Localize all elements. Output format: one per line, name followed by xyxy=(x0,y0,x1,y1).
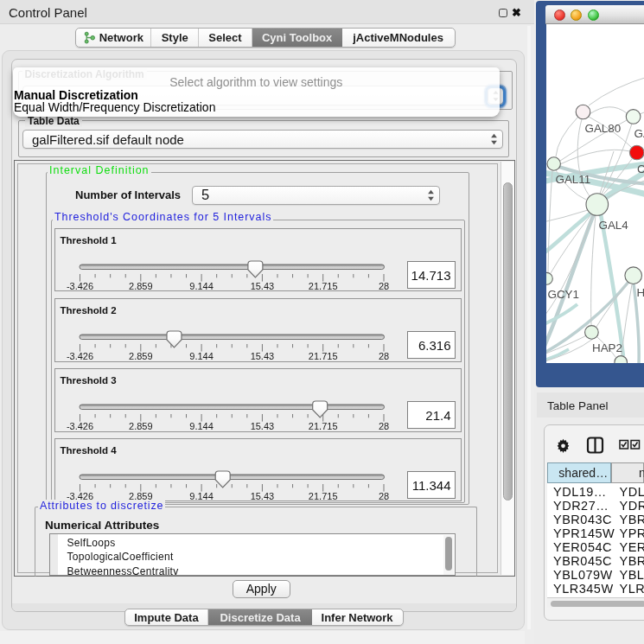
svg-text:15.43: 15.43 xyxy=(250,351,274,361)
svg-text:HAP2: HAP2 xyxy=(592,341,622,354)
svg-text:15.43: 15.43 xyxy=(250,421,274,431)
svg-text:9.144: 9.144 xyxy=(189,351,214,361)
svg-text:2.859: 2.859 xyxy=(129,281,153,291)
svg-text:28: 28 xyxy=(378,421,388,431)
svg-text:GCY1: GCY1 xyxy=(548,288,579,301)
svg-text:15.43: 15.43 xyxy=(250,281,274,291)
svg-text:21.715: 21.715 xyxy=(308,281,337,291)
svg-text:21.715: 21.715 xyxy=(308,421,337,431)
svg-text:GAL80: GAL80 xyxy=(585,122,622,135)
svg-text:28: 28 xyxy=(378,281,388,291)
svg-text:-3.426: -3.426 xyxy=(66,281,92,291)
svg-text:GAL4: GAL4 xyxy=(599,219,629,232)
svg-text:GA: GA xyxy=(634,127,644,140)
svg-text:28: 28 xyxy=(378,491,388,501)
svg-text:15.43: 15.43 xyxy=(250,491,274,501)
svg-text:CR: CR xyxy=(637,163,644,175)
svg-text:9.144: 9.144 xyxy=(189,491,214,501)
svg-text:9.144: 9.144 xyxy=(189,421,214,431)
svg-text:28: 28 xyxy=(378,351,388,361)
svg-text:21.715: 21.715 xyxy=(308,491,337,501)
svg-text:GAL11: GAL11 xyxy=(556,173,591,186)
svg-text:2.859: 2.859 xyxy=(129,421,153,431)
svg-text:21.715: 21.715 xyxy=(308,351,337,361)
svg-text:-3.426: -3.426 xyxy=(66,351,92,361)
svg-text:2.859: 2.859 xyxy=(129,351,153,361)
svg-text:9.144: 9.144 xyxy=(189,281,214,291)
svg-text:-3.426: -3.426 xyxy=(66,421,92,431)
svg-text:HI: HI xyxy=(637,286,644,299)
